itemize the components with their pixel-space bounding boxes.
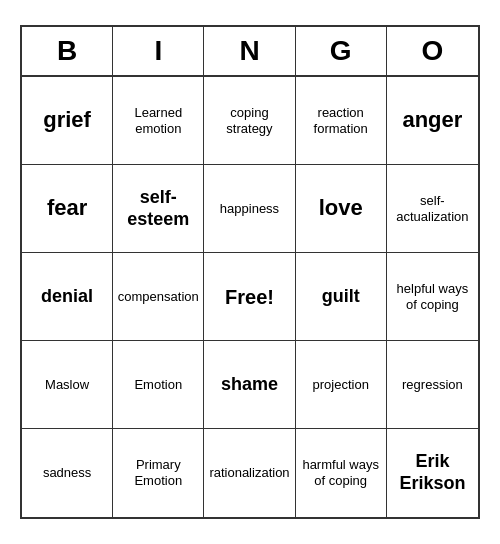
cell-text: anger xyxy=(402,107,462,133)
cell-text: shame xyxy=(221,374,278,396)
cell-text: Primary Emotion xyxy=(117,457,199,488)
header-letter: O xyxy=(387,27,478,75)
cell-text: Learned emotion xyxy=(117,105,199,136)
cell-text: compensation xyxy=(118,289,199,305)
bingo-grid: griefLearned emotioncoping strategyreact… xyxy=(22,77,478,517)
cell-text: harmful ways of coping xyxy=(300,457,382,488)
bingo-cell: guilt xyxy=(296,253,387,341)
bingo-card: BINGO griefLearned emotioncoping strateg… xyxy=(20,25,480,519)
cell-text: projection xyxy=(313,377,369,393)
cell-text: grief xyxy=(43,107,91,133)
bingo-cell: Emotion xyxy=(113,341,204,429)
bingo-cell: harmful ways of coping xyxy=(296,429,387,517)
bingo-cell: anger xyxy=(387,77,478,165)
cell-text: sadness xyxy=(43,465,91,481)
cell-text: rationalization xyxy=(209,465,289,481)
cell-text: coping strategy xyxy=(208,105,290,136)
cell-text: regression xyxy=(402,377,463,393)
cell-text: happiness xyxy=(220,201,279,217)
bingo-cell: compensation xyxy=(113,253,204,341)
bingo-cell: Maslow xyxy=(22,341,113,429)
bingo-cell: Learned emotion xyxy=(113,77,204,165)
cell-text: love xyxy=(319,195,363,221)
header-letter: B xyxy=(22,27,113,75)
bingo-cell: fear xyxy=(22,165,113,253)
bingo-cell: sadness xyxy=(22,429,113,517)
cell-text: denial xyxy=(41,286,93,308)
bingo-cell: happiness xyxy=(204,165,295,253)
cell-text: self-actualization xyxy=(391,193,474,224)
cell-text: self-esteem xyxy=(117,187,199,230)
bingo-header: BINGO xyxy=(22,27,478,77)
cell-text: reaction formation xyxy=(300,105,382,136)
bingo-cell: Primary Emotion xyxy=(113,429,204,517)
bingo-cell: projection xyxy=(296,341,387,429)
bingo-cell: coping strategy xyxy=(204,77,295,165)
bingo-cell: Free! xyxy=(204,253,295,341)
bingo-cell: helpful ways of coping xyxy=(387,253,478,341)
bingo-cell: denial xyxy=(22,253,113,341)
cell-text: Free! xyxy=(225,285,274,309)
cell-text: Maslow xyxy=(45,377,89,393)
bingo-cell: regression xyxy=(387,341,478,429)
bingo-cell: shame xyxy=(204,341,295,429)
bingo-cell: self-esteem xyxy=(113,165,204,253)
cell-text: helpful ways of coping xyxy=(391,281,474,312)
header-letter: G xyxy=(296,27,387,75)
bingo-cell: love xyxy=(296,165,387,253)
cell-text: fear xyxy=(47,195,87,221)
cell-text: guilt xyxy=(322,286,360,308)
bingo-cell: reaction formation xyxy=(296,77,387,165)
cell-text: Emotion xyxy=(134,377,182,393)
header-letter: N xyxy=(204,27,295,75)
bingo-cell: grief xyxy=(22,77,113,165)
bingo-cell: Erik Erikson xyxy=(387,429,478,517)
header-letter: I xyxy=(113,27,204,75)
bingo-cell: self-actualization xyxy=(387,165,478,253)
bingo-cell: rationalization xyxy=(204,429,295,517)
cell-text: Erik Erikson xyxy=(391,451,474,494)
